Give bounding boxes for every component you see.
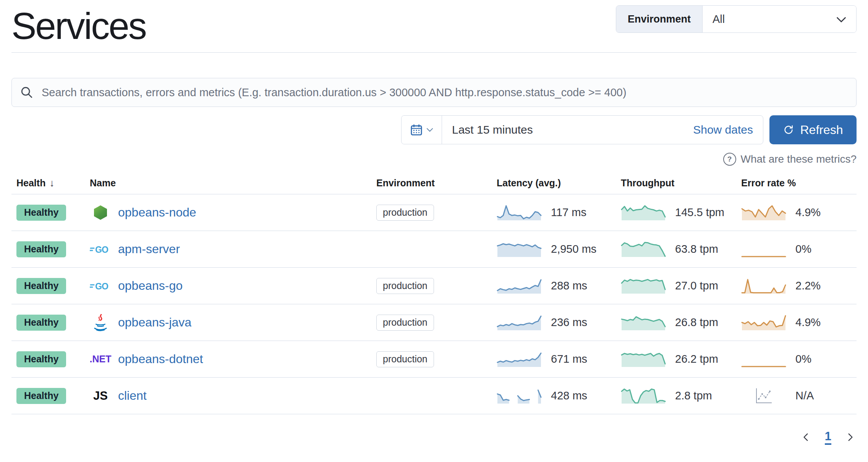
search-input[interactable] xyxy=(41,86,848,99)
throughput-value: 2.8 tpm xyxy=(675,389,712,402)
latency-sparkline xyxy=(497,387,542,405)
environment-filter-select[interactable]: All xyxy=(703,6,856,32)
throughput-value: 63.8 tpm xyxy=(675,243,718,255)
column-header-latency-avg[interactable]: Latency (avg.) xyxy=(497,178,621,189)
go-icon: GO xyxy=(90,280,111,292)
environment-badge: production xyxy=(376,278,434,294)
search-bar xyxy=(11,78,857,107)
column-header-health[interactable]: Health↓ xyxy=(16,177,90,189)
column-header-label: Health xyxy=(16,178,45,189)
refresh-button[interactable]: Refresh xyxy=(769,115,857,144)
latency-sparkline xyxy=(497,204,542,221)
error_rate-value: 4.9% xyxy=(795,316,821,329)
latency-sparkline xyxy=(497,351,542,368)
no-data-chart-icon xyxy=(741,387,786,405)
environment-filter: Environment All xyxy=(616,5,857,33)
service-link[interactable]: client xyxy=(118,389,147,403)
table-row: HealthyGOapm-server2,950 ms63.8 tpm0% xyxy=(11,231,857,267)
date-range: Last 15 minutes Show dates xyxy=(442,116,763,144)
services-table: Health↓NameEnvironmentLatency (avg.)Thro… xyxy=(11,172,857,414)
sort-descending-icon: ↓ xyxy=(49,177,54,189)
nodejs-icon xyxy=(90,205,111,220)
error_rate-value: 4.9% xyxy=(795,206,821,219)
go-icon: GO xyxy=(90,243,111,255)
search-icon xyxy=(20,86,33,99)
table-row: Healthyopbeans-javaproduction236 ms26.8 … xyxy=(11,304,857,341)
error-rate-sparkline xyxy=(741,241,786,258)
error_rate-value: 0% xyxy=(795,353,811,365)
column-header-label: Environment xyxy=(376,178,435,189)
latency-value: 236 ms xyxy=(551,316,587,329)
latency-sparkline xyxy=(497,241,542,258)
latency-value: 428 ms xyxy=(551,389,587,402)
table-row: HealthyGOopbeans-goproduction288 ms27.0 … xyxy=(11,267,857,304)
latency-sparkline xyxy=(497,314,542,331)
environment-badge: production xyxy=(376,205,434,221)
question-icon: ? xyxy=(723,153,736,166)
table-row: HealthyJSclient428 ms2.8 tpmN/A xyxy=(11,377,857,414)
show-dates-link[interactable]: Show dates xyxy=(693,123,753,136)
column-header-label: Throughput xyxy=(621,178,674,189)
next-page-button[interactable] xyxy=(845,432,855,442)
refresh-icon xyxy=(783,124,794,136)
throughput-sparkline xyxy=(621,204,666,221)
svg-text:GO: GO xyxy=(95,281,108,291)
page-title: Services xyxy=(11,2,146,51)
service-link[interactable]: opbeans-go xyxy=(118,279,183,293)
health-badge: Healthy xyxy=(16,278,66,294)
throughput-value: 26.8 tpm xyxy=(675,316,718,329)
table-header-row: Health↓NameEnvironmentLatency (avg.)Thro… xyxy=(11,172,857,194)
throughput-value: 26.2 tpm xyxy=(675,353,718,365)
calendar-icon xyxy=(410,124,423,136)
previous-page-button[interactable] xyxy=(801,432,811,442)
table-body: Healthyopbeans-nodeproduction117 ms145.5… xyxy=(11,194,857,414)
column-header-label: Error rate % xyxy=(741,178,796,189)
svg-text:GO: GO xyxy=(95,245,108,255)
header-divider xyxy=(11,52,857,53)
service-link[interactable]: opbeans-dotnet xyxy=(118,352,203,366)
column-header-throughput[interactable]: Throughput xyxy=(621,178,741,189)
services-page: Services Environment All xyxy=(0,0,868,452)
health-badge: Healthy xyxy=(16,388,66,404)
environment-badge: production xyxy=(376,351,434,367)
latency-value: 117 ms xyxy=(551,206,586,219)
error-rate-sparkline xyxy=(741,204,786,221)
throughput-sparkline xyxy=(621,241,666,258)
error_rate-value: N/A xyxy=(795,389,814,402)
page-number-1[interactable]: 1 xyxy=(825,430,831,445)
throughput-value: 27.0 tpm xyxy=(675,279,718,292)
dotnet-icon: .NET xyxy=(90,354,111,365)
chevron-down-icon xyxy=(836,13,846,26)
error-rate-sparkline xyxy=(741,277,786,295)
column-header-label: Name xyxy=(90,178,116,189)
js-icon: JS xyxy=(90,389,111,403)
page-header: Services Environment All xyxy=(11,0,857,51)
throughput-value: 145.5 tpm xyxy=(675,206,724,219)
error-rate-sparkline xyxy=(741,314,786,331)
java-icon xyxy=(90,314,111,331)
service-link[interactable]: apm-server xyxy=(118,242,180,256)
column-header-name[interactable]: Name xyxy=(90,178,376,189)
throughput-sparkline xyxy=(621,387,666,405)
latency-value: 288 ms xyxy=(551,279,587,292)
service-link[interactable]: opbeans-node xyxy=(118,205,196,220)
metrics-help-link[interactable]: What are these metrics? xyxy=(741,153,857,165)
latency-sparkline xyxy=(497,277,542,295)
throughput-sparkline xyxy=(621,351,666,368)
column-header-environment[interactable]: Environment xyxy=(376,178,497,189)
column-header-label: Latency (avg.) xyxy=(497,178,561,189)
calendar-button[interactable] xyxy=(402,116,442,144)
service-link[interactable]: opbeans-java xyxy=(118,315,191,330)
table-row: Healthyopbeans-nodeproduction117 ms145.5… xyxy=(11,194,857,231)
latency-value: 671 ms xyxy=(551,353,587,365)
table-row: Healthy.NETopbeans-dotnetproduction671 m… xyxy=(11,341,857,377)
date-range-value[interactable]: Last 15 minutes xyxy=(452,123,533,136)
date-picker: Last 15 minutes Show dates xyxy=(401,115,763,144)
column-header-error-rate[interactable]: Error rate % xyxy=(741,178,852,189)
metrics-help-row: ? What are these metrics? xyxy=(11,153,857,166)
environment-badge: production xyxy=(376,315,434,331)
latency-value: 2,950 ms xyxy=(551,243,596,255)
health-badge: Healthy xyxy=(16,241,66,257)
pagination: 1 xyxy=(11,430,857,452)
throughput-sparkline xyxy=(621,277,666,295)
